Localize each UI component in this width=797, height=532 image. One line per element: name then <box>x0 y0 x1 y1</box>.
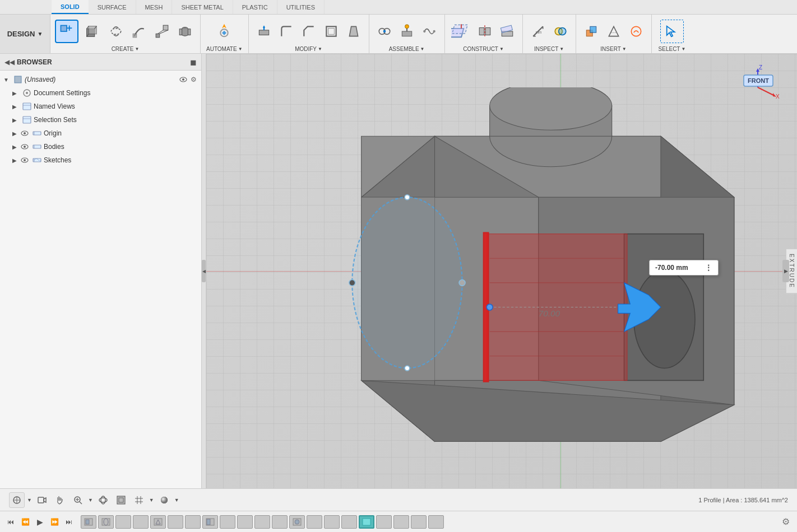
loft-icon[interactable] <box>151 21 173 42</box>
modify-label[interactable]: MODIFY▼ <box>295 46 322 52</box>
zoom-arrow[interactable]: ▼ <box>88 497 93 503</box>
timeline-marker[interactable] <box>220 515 235 529</box>
zoom-tool-icon[interactable] <box>70 492 86 508</box>
tree-item-doc-settings[interactable]: ▶ Document Settings <box>0 86 201 100</box>
hand-tool-icon[interactable] <box>52 492 68 508</box>
automate-label[interactable]: AUTOMATE▼ <box>206 46 243 52</box>
create-label[interactable]: CREATE▼ <box>112 46 140 52</box>
measure-icon[interactable]: mm <box>527 21 549 42</box>
timeline-play[interactable]: ▶ <box>34 516 46 528</box>
timeline-marker[interactable] <box>289 515 305 529</box>
viewport-collapse-right[interactable]: ▶ <box>782 260 789 282</box>
tree-item-named-views[interactable]: ▶ Named Views <box>0 100 201 113</box>
position-arrow[interactable]: ▼ <box>27 497 32 503</box>
timeline-marker[interactable] <box>115 515 131 529</box>
offset-plane-icon[interactable] <box>450 20 473 43</box>
interference-icon[interactable] <box>550 21 571 42</box>
render-arrow[interactable]: ▼ <box>174 497 179 503</box>
plane-angle-icon[interactable] <box>497 21 518 42</box>
insert-derive-icon[interactable] <box>581 21 602 42</box>
timeline-marker[interactable] <box>272 515 288 529</box>
insert-mesh-icon[interactable] <box>603 21 624 42</box>
tab-utilities[interactable]: UTILITIES <box>277 0 325 14</box>
motion-link-icon[interactable] <box>419 21 440 42</box>
render-mode-icon[interactable] <box>156 492 172 508</box>
timeline-marker[interactable] <box>202 515 218 529</box>
timeline-marker[interactable] <box>81 515 96 529</box>
timeline-marker[interactable] <box>307 515 322 529</box>
revolve-icon[interactable] <box>105 21 127 42</box>
tree-eye-bodies[interactable] <box>20 142 29 151</box>
timeline-rewind[interactable]: ⏮ <box>4 516 17 528</box>
select-icon[interactable] <box>660 20 684 43</box>
timeline-marker[interactable] <box>376 515 392 529</box>
assemble-label[interactable]: ASSEMBLE▼ <box>389 46 425 52</box>
timeline-marker[interactable] <box>324 515 340 529</box>
svg-point-53 <box>26 92 28 94</box>
timeline-marker[interactable] <box>254 515 270 529</box>
tab-plastic[interactable]: PLASTIC <box>233 0 277 14</box>
display-mode-icon[interactable] <box>113 492 129 508</box>
orbit-tool-icon[interactable] <box>95 492 111 508</box>
new-component-icon[interactable] <box>55 20 78 43</box>
joint-icon[interactable] <box>374 21 395 42</box>
select-label[interactable]: SELECT▼ <box>659 46 686 52</box>
tree-item-sketches[interactable]: ▶ Sketches <box>0 153 201 167</box>
timeline-marker[interactable] <box>237 515 253 529</box>
axis-cube[interactable]: Z X FRONT <box>735 65 780 110</box>
sidebar-collapse-left[interactable]: ◀◀ <box>4 58 15 66</box>
timeline-settings-icon[interactable]: ⚙ <box>779 515 793 529</box>
timeline-marker[interactable] <box>98 515 114 529</box>
inspect-label[interactable]: INSPECT▼ <box>534 46 564 52</box>
tree-item-root[interactable]: ▼ (Unsaved) ⚙ <box>0 73 201 86</box>
tab-sheet-metal[interactable]: SHEET METAL <box>172 0 233 14</box>
shell-icon[interactable] <box>321 21 342 42</box>
grid-toggle-icon[interactable] <box>131 492 147 508</box>
sidebar-pin[interactable]: ◼ <box>190 58 197 67</box>
press-pull-icon[interactable] <box>253 21 275 42</box>
svg-text:mm: mm <box>535 30 541 34</box>
tab-solid[interactable]: SOLID <box>52 0 89 14</box>
timeline-marker[interactable] <box>393 515 409 529</box>
tree-item-selection-sets[interactable]: ▶ Selection Sets <box>0 113 201 127</box>
chamfer-icon[interactable] <box>298 21 319 42</box>
tab-surface[interactable]: SURFACE <box>89 0 136 14</box>
timeline-marker[interactable] <box>150 515 166 529</box>
tree-item-bodies[interactable]: ▶ Bodies <box>0 140 201 153</box>
grid-arrow[interactable]: ▼ <box>149 497 154 503</box>
ground-icon[interactable] <box>396 21 418 42</box>
position-tool-icon[interactable] <box>9 492 25 508</box>
sidebar-resize-handle[interactable] <box>200 54 203 488</box>
timeline-marker[interactable] <box>428 515 444 529</box>
insert-label[interactable]: INSERT▼ <box>600 46 626 52</box>
timeline-marker[interactable] <box>133 515 149 529</box>
draft-icon[interactable] <box>343 21 364 42</box>
timeline-marker[interactable] <box>341 515 357 529</box>
fillet-icon[interactable] <box>276 21 297 42</box>
design-button[interactable]: DESIGN ▼ <box>0 15 50 53</box>
feature-icon[interactable] <box>174 21 196 42</box>
dimension-menu-icon[interactable]: ⋮ <box>705 263 712 272</box>
timeline-marker[interactable] <box>168 515 183 529</box>
tree-settings-root[interactable]: ⚙ <box>189 75 198 84</box>
automate-icon[interactable] <box>212 20 236 43</box>
midplane-icon[interactable] <box>474 21 495 42</box>
svg-rect-35 <box>485 28 490 35</box>
timeline-marker[interactable] <box>411 515 427 529</box>
timeline-step-forward[interactable]: ⏩ <box>48 516 61 528</box>
construct-label[interactable]: CONSTRUCT▼ <box>463 46 504 52</box>
insert-svg-icon[interactable] <box>625 21 647 42</box>
tree-eye-sketches[interactable] <box>20 156 29 165</box>
extrude-icon[interactable] <box>80 20 104 43</box>
timeline-step-back[interactable]: ⏪ <box>19 516 31 528</box>
svg-point-67 <box>24 159 26 161</box>
tree-item-origin[interactable]: ▶ Origin <box>0 127 201 140</box>
record-tool-icon[interactable] <box>34 492 50 508</box>
sweep-icon[interactable] <box>128 21 150 42</box>
timeline-marker-active[interactable] <box>359 515 374 529</box>
tree-eye-origin[interactable] <box>20 129 29 138</box>
viewport[interactable]: 70.00 -70.00 mm ⋮ Z <box>206 54 797 488</box>
timeline-fast-forward[interactable]: ⏭ <box>63 516 75 528</box>
timeline-marker[interactable] <box>185 515 201 529</box>
tab-mesh[interactable]: MESH <box>136 0 173 14</box>
